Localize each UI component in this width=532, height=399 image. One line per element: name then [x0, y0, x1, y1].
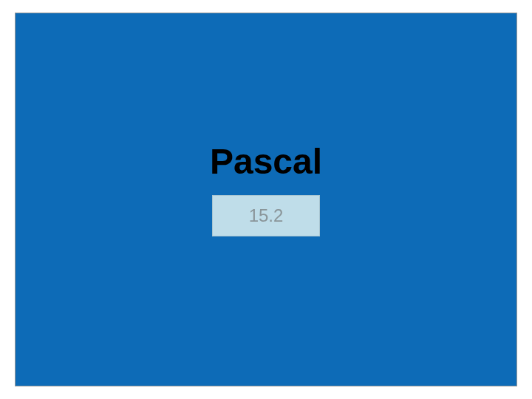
subtitle-text: 15.2 [249, 205, 284, 226]
slide-title: Pascal [210, 141, 322, 182]
slide: Pascal 15.2 [15, 13, 517, 386]
subtitle-box: 15.2 [212, 195, 320, 236]
